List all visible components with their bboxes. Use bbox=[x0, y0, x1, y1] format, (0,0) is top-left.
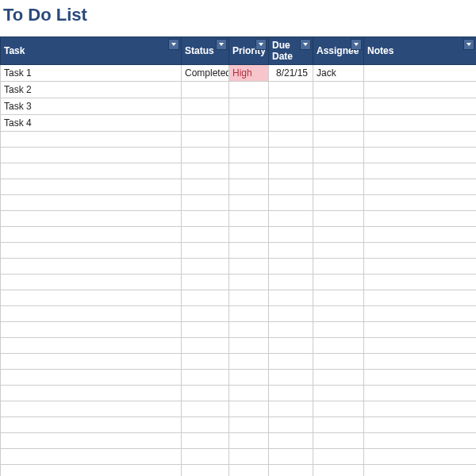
cell-status[interactable] bbox=[182, 401, 229, 417]
cell-status[interactable] bbox=[182, 417, 229, 433]
filter-icon[interactable] bbox=[216, 39, 227, 50]
cell-task[interactable] bbox=[1, 132, 182, 148]
cell-assignee[interactable] bbox=[313, 98, 364, 115]
cell-notes[interactable] bbox=[364, 370, 477, 386]
cell-duedate[interactable] bbox=[269, 82, 313, 98]
cell-priority[interactable] bbox=[229, 211, 269, 227]
cell-priority[interactable] bbox=[229, 449, 269, 465]
cell-notes[interactable] bbox=[364, 401, 477, 417]
col-header-assignee[interactable]: Assignee bbox=[313, 37, 364, 65]
cell-assignee[interactable]: Jack bbox=[313, 65, 364, 82]
col-header-task[interactable]: Task bbox=[1, 37, 182, 65]
cell-assignee[interactable] bbox=[313, 148, 364, 163]
cell-notes[interactable] bbox=[364, 354, 477, 370]
cell-notes[interactable] bbox=[364, 82, 477, 98]
cell-priority[interactable] bbox=[229, 290, 269, 306]
cell-status[interactable] bbox=[182, 82, 229, 98]
cell-priority[interactable] bbox=[229, 306, 269, 322]
cell-assignee[interactable] bbox=[313, 354, 364, 370]
cell-status[interactable] bbox=[182, 449, 229, 465]
cell-task[interactable] bbox=[1, 338, 182, 354]
cell-duedate[interactable] bbox=[269, 132, 313, 148]
cell-task[interactable] bbox=[1, 417, 182, 433]
cell-task[interactable] bbox=[1, 211, 182, 227]
cell-duedate[interactable] bbox=[269, 306, 313, 322]
cell-status[interactable] bbox=[182, 274, 229, 290]
cell-priority[interactable] bbox=[229, 370, 269, 386]
cell-priority[interactable] bbox=[229, 354, 269, 370]
cell-task[interactable] bbox=[1, 259, 182, 274]
cell-priority[interactable] bbox=[229, 243, 269, 259]
cell-notes[interactable] bbox=[364, 98, 477, 115]
cell-priority[interactable] bbox=[229, 82, 269, 98]
cell-notes[interactable] bbox=[364, 115, 477, 132]
cell-assignee[interactable] bbox=[313, 115, 364, 132]
cell-status[interactable] bbox=[182, 195, 229, 211]
cell-priority[interactable] bbox=[229, 98, 269, 115]
cell-notes[interactable] bbox=[364, 195, 477, 211]
cell-status[interactable] bbox=[182, 259, 229, 274]
cell-duedate[interactable] bbox=[269, 449, 313, 465]
cell-notes[interactable] bbox=[364, 179, 477, 195]
cell-status[interactable] bbox=[182, 227, 229, 243]
cell-status[interactable] bbox=[182, 115, 229, 132]
cell-priority[interactable] bbox=[229, 401, 269, 417]
cell-task[interactable]: Task 4 bbox=[1, 115, 182, 132]
cell-task[interactable] bbox=[1, 401, 182, 417]
cell-duedate[interactable] bbox=[269, 338, 313, 354]
cell-notes[interactable] bbox=[364, 259, 477, 274]
cell-notes[interactable] bbox=[364, 211, 477, 227]
cell-duedate[interactable] bbox=[269, 179, 313, 195]
cell-task[interactable] bbox=[1, 306, 182, 322]
cell-status[interactable] bbox=[182, 322, 229, 338]
cell-duedate[interactable] bbox=[269, 98, 313, 115]
cell-duedate[interactable] bbox=[269, 163, 313, 179]
cell-duedate[interactable] bbox=[269, 274, 313, 290]
cell-assignee[interactable] bbox=[313, 211, 364, 227]
cell-priority[interactable] bbox=[229, 227, 269, 243]
cell-assignee[interactable] bbox=[313, 449, 364, 465]
cell-duedate[interactable] bbox=[269, 386, 313, 401]
cell-priority[interactable] bbox=[229, 163, 269, 179]
cell-priority[interactable] bbox=[229, 259, 269, 274]
cell-priority[interactable] bbox=[229, 195, 269, 211]
cell-task[interactable] bbox=[1, 433, 182, 449]
cell-notes[interactable] bbox=[364, 417, 477, 433]
cell-duedate[interactable] bbox=[269, 433, 313, 449]
cell-notes[interactable] bbox=[364, 306, 477, 322]
cell-task[interactable] bbox=[1, 465, 182, 477]
cell-assignee[interactable] bbox=[313, 322, 364, 338]
cell-duedate[interactable] bbox=[269, 354, 313, 370]
cell-status[interactable] bbox=[182, 179, 229, 195]
cell-notes[interactable] bbox=[364, 65, 477, 82]
cell-duedate[interactable] bbox=[269, 211, 313, 227]
cell-assignee[interactable] bbox=[313, 370, 364, 386]
cell-priority[interactable] bbox=[229, 417, 269, 433]
cell-assignee[interactable] bbox=[313, 195, 364, 211]
cell-task[interactable] bbox=[1, 290, 182, 306]
cell-duedate[interactable] bbox=[269, 290, 313, 306]
cell-priority[interactable] bbox=[229, 386, 269, 401]
cell-task[interactable] bbox=[1, 354, 182, 370]
cell-duedate[interactable] bbox=[269, 401, 313, 417]
cell-duedate[interactable] bbox=[269, 195, 313, 211]
cell-duedate[interactable] bbox=[269, 227, 313, 243]
cell-assignee[interactable] bbox=[313, 274, 364, 290]
cell-task[interactable] bbox=[1, 386, 182, 401]
cell-assignee[interactable] bbox=[313, 386, 364, 401]
cell-assignee[interactable] bbox=[313, 259, 364, 274]
cell-task[interactable]: Task 2 bbox=[1, 82, 182, 98]
cell-assignee[interactable] bbox=[313, 82, 364, 98]
cell-notes[interactable] bbox=[364, 148, 477, 163]
filter-icon[interactable] bbox=[463, 39, 474, 50]
cell-status[interactable] bbox=[182, 465, 229, 477]
cell-notes[interactable] bbox=[364, 227, 477, 243]
cell-task[interactable] bbox=[1, 370, 182, 386]
cell-priority[interactable] bbox=[229, 148, 269, 163]
cell-assignee[interactable] bbox=[313, 227, 364, 243]
cell-priority[interactable] bbox=[229, 433, 269, 449]
cell-task[interactable] bbox=[1, 163, 182, 179]
cell-task[interactable]: Task 1 bbox=[1, 65, 182, 82]
cell-task[interactable] bbox=[1, 195, 182, 211]
filter-icon[interactable] bbox=[168, 39, 179, 50]
